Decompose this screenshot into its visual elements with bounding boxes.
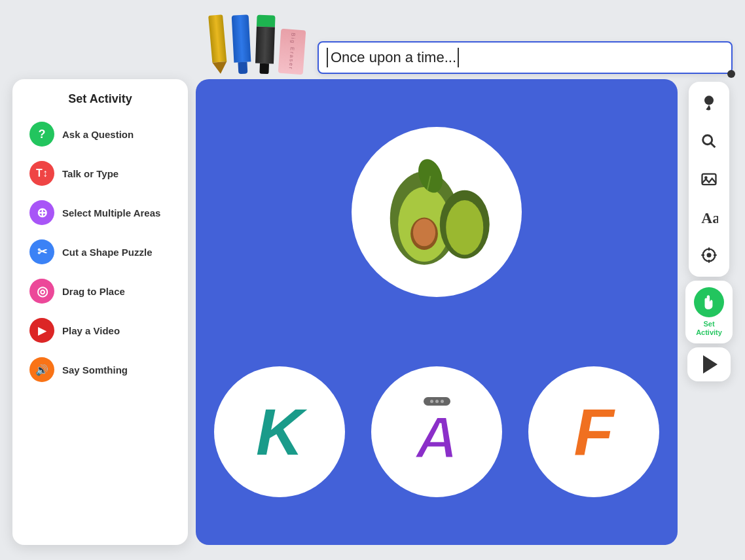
eraser-tool[interactable]: Big Eraser [278, 29, 306, 75]
right-toolbar: Aa [685, 79, 733, 545]
select-multiple-icon: ⊕ [29, 200, 54, 225]
main-content: Set Activity ? Ask a Question T↕ Talk or… [12, 79, 733, 545]
app-container: Big Eraser Once upon a time... Set Activ… [12, 15, 733, 545]
top-toolbar: Big Eraser Once upon a time... [12, 15, 733, 74]
drag-to-place-label: Drag to Place [62, 286, 125, 297]
brush-icon [700, 94, 718, 113]
sidebar-title: Set Activity [23, 92, 177, 106]
search-icon [700, 132, 718, 150]
sticker-dot [435, 400, 439, 403]
talk-or-type-icon: T↕ [29, 161, 54, 186]
right-tools-panel: Aa [689, 82, 729, 277]
letter-a-sticker: A [416, 397, 458, 467]
sidebar-item-play-video[interactable]: ▶ Play a Video [23, 313, 177, 348]
talk-or-type-label: Talk or Type [62, 168, 118, 179]
select-multiple-label: Select Multiple Areas [62, 207, 160, 219]
black-marker-tool[interactable] [255, 15, 275, 75]
svg-point-15 [707, 253, 712, 258]
cursor-left [327, 48, 328, 67]
canvas-area: K A F [196, 79, 678, 545]
svg-text:Aa: Aa [701, 209, 718, 226]
text-icon: Aa [700, 208, 718, 226]
slider-handle[interactable] [727, 70, 735, 78]
blue-marker-tool[interactable] [231, 14, 253, 74]
image-tool-button[interactable] [694, 164, 724, 194]
sticker-dot [441, 400, 444, 403]
set-activity-button[interactable]: Set Activity [685, 281, 733, 343]
letters-row: K A F [209, 366, 664, 497]
letter-k-circle: K [214, 366, 345, 497]
letter-a: A [416, 408, 458, 467]
play-video-icon: ▶ [29, 318, 54, 343]
play-button[interactable] [687, 347, 731, 381]
svg-point-9 [703, 135, 712, 145]
sidebar-item-talk-or-type[interactable]: T↕ Talk or Type [23, 156, 177, 191]
target-icon [700, 246, 718, 264]
svg-point-8 [704, 96, 714, 105]
image-icon [700, 170, 718, 188]
say-something-label: Say Somthing [62, 364, 128, 376]
text-input-bar[interactable]: Once upon a time... [318, 41, 733, 74]
brush-tool-button[interactable] [694, 88, 724, 118]
avocado-svg [374, 150, 499, 274]
sidebar: Set Activity ? Ask a Question T↕ Talk or… [12, 79, 188, 545]
sticker-header [424, 397, 450, 406]
svg-line-10 [711, 143, 715, 147]
text-tool-button[interactable]: Aa [694, 202, 724, 232]
play-video-label: Play a Video [62, 325, 120, 336]
sticker-dot [430, 400, 433, 403]
sidebar-item-select-multiple[interactable]: ⊕ Select Multiple Areas [23, 195, 177, 230]
set-activity-icon [694, 287, 724, 317]
avocado-image-circle [352, 127, 522, 297]
letter-f: F [573, 394, 613, 470]
cut-shape-icon: ✂ [29, 239, 54, 264]
cursor-right [458, 48, 459, 67]
svg-point-5 [446, 200, 483, 255]
letter-f-circle: F [528, 366, 659, 497]
letter-a-circle[interactable]: A [371, 366, 502, 497]
pencil-tools: Big Eraser [209, 15, 304, 74]
search-tool-button[interactable] [694, 126, 724, 156]
ask-question-label: Ask a Question [62, 129, 134, 140]
pencil-tool[interactable] [206, 14, 230, 75]
ask-question-icon: ? [29, 122, 54, 147]
hand-icon [700, 294, 718, 311]
letter-k: K [256, 394, 303, 470]
sidebar-item-cut-shape[interactable]: ✂ Cut a Shape Puzzle [23, 234, 177, 270]
target-tool-button[interactable] [694, 240, 724, 270]
text-bar-content: Once upon a time... [331, 49, 456, 66]
sidebar-item-say-something[interactable]: 🔊 Say Somthing [23, 352, 177, 387]
svg-point-3 [413, 219, 435, 246]
set-activity-label: Set Activity [691, 320, 727, 337]
sidebar-item-drag-to-place[interactable]: ◎ Drag to Place [23, 273, 177, 309]
cut-shape-label: Cut a Shape Puzzle [62, 247, 153, 258]
sidebar-item-ask-question[interactable]: ? Ask a Question [23, 116, 177, 152]
play-icon [703, 355, 718, 374]
drag-to-place-icon: ◎ [29, 279, 54, 304]
say-something-icon: 🔊 [29, 357, 54, 382]
